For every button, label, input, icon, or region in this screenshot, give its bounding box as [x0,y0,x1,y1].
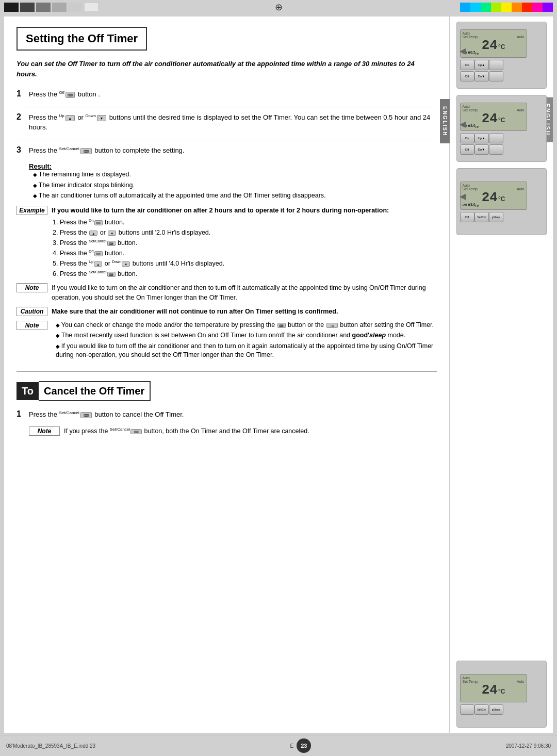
note2-item-1: You can check or change the mode and/or … [56,321,437,330]
remote-auto-left-3: Auto [463,184,470,187]
stripe-violet [543,3,553,12]
page-number: 23 [301,743,307,749]
example-step-4: Press the Off⌨ button. [60,248,437,258]
remote-screen-1: Set Temp. Auto 24 °C Off ■0.5Hr Auto [460,29,527,58]
arrow-icon-3: ◀ [460,191,466,201]
cancel-title-box: To Cancel the Off Timer [17,381,437,401]
section2: To Cancel the Off Timer 1 Press the Set/… [17,381,437,436]
stripe-red [522,3,532,12]
remote-buttons-3: Off Set/Cnl gSleep [460,212,543,222]
note2-content: You can check or change the mode and/or … [52,321,437,361]
step-divider-2 [17,140,437,140]
remote-btn-down-1: Dn▼ [474,71,489,81]
top-bar-center: ⊕ [275,2,283,13]
page-number-area: E 23 [290,738,312,753]
remote-image-1: Set Temp. Auto 24 °C Off ■0.5Hr Auto ◀ [456,22,547,89]
english-sidebar-tab: ENGLISH [440,99,450,143]
remote-unit-1: °C [498,43,505,51]
remote-unit-4: °C [498,688,505,695]
example-block: Example If you would like to turn the ai… [17,206,437,280]
example-steps-list: Press the On⌨ button. Press the ▲ or ▼ b… [52,217,437,279]
stripe-pink [532,3,543,12]
arrow-icon-1: ◀ [460,46,466,56]
remote-btn-sc-3: Set/Cnl [474,212,489,222]
remote-buttons-2: On Up▲ Off Dn▼ [460,133,543,155]
step-1-num: 1 [17,89,25,100]
remote-auto-label-r3: Auto [517,187,524,191]
note1-tag: Note [17,283,47,292]
example-step-6: Press the Set/Cancel⌨ button. [60,269,437,279]
remote-buttons-1: On Up▲ Off Dn▼ [460,60,543,81]
remote-temp-2: 24 [482,112,498,125]
example-step-2: Press the ▲ or ▼ buttons until '2.0 Hr'i… [60,227,437,238]
remote-btn-off-4 [460,704,474,715]
crosshair-icon: ⊕ [275,2,283,12]
remote-image-4: Set Temp. Auto 24 °C Auto Set/Cnl gSleep [456,661,547,728]
remote-auto-left-2: Auto [463,105,470,108]
step-divider-1 [17,107,437,107]
remote-temp-4: 24 [482,683,498,697]
remote-screen-3: Set Temp. Auto 24 °C Off ■3.0Hr Auto [460,182,527,210]
good-sleep-text: good'sleep [352,332,386,339]
remote-btn-off-3: Off [460,212,474,222]
stripe-orange [512,3,522,12]
stripe-lime [491,3,501,12]
remote-btn-empty2-2 [489,144,503,155]
cancel-title-text: Cancel the Off Timer [39,381,151,401]
section-title-box: Setting the Off Timer [17,27,147,51]
remote-btn-up-1: Up▲ [474,60,489,70]
remote-temp-3: 24 [482,191,498,204]
example-tag: Example [17,206,47,215]
note2-tag: Note [17,321,47,330]
remote-image-2: Set Temp. Auto 24 °C Off ■3.0Hr Auto ◀ [456,95,547,162]
top-bar-left [4,3,99,12]
remote-timer-3: Off ■3.0Hr [463,202,479,207]
color-block-3 [36,3,51,12]
cancel-step-1-content: Press the Set/Cancel⌨ button to cancel t… [29,409,437,420]
stripe-blue [460,3,470,12]
step-2-num: 2 [17,112,25,133]
example-title: If you would like to turn the air condit… [52,207,389,214]
note1-content: If you would like to turn on the air con… [52,283,437,303]
page-number-circle: 23 [297,738,311,753]
left-content: Setting the Off Timer You can set the Of… [4,17,450,733]
caution-block: Caution Make sure that the air condition… [17,307,437,317]
result-list: The remaining time is displayed. The tim… [29,170,437,201]
remote-auto-left-4: Auto [463,676,470,680]
cancel-step-1: 1 Press the Set/Cancel⌨ button to cancel… [17,409,437,420]
result-item-3: The air conditioner turns off automatica… [33,191,437,201]
off-superscript: Off [59,90,65,95]
stripe-green [481,3,491,12]
top-bar-right [460,3,553,12]
bottom-bar: 08'Moderato_IB_28593A_IB_E.indd 23 E 23 … [0,735,557,756]
color-block-2 [20,3,35,12]
example-step-3: Press the Set/Cancel⌨ button. [60,238,437,248]
remote-screen-label-1: Set Temp. [463,35,479,39]
remote-btn-gs-3: gSleep [489,212,503,222]
remote-btn-off-2: Off [460,144,474,155]
page-container: ⊕ Setting the Off Timer You can set the … [0,0,557,756]
bottom-bar-right: 2007-12-27 9:06:30 [506,743,551,749]
remote-screen-label-3: Set Temp. [463,187,479,191]
remote-screen-2: Set Temp. Auto 24 °C Off ■3.0Hr Auto [460,103,527,131]
result-item-2: The timer indicator stops blinking. [33,181,437,190]
remote-btn-sc-4: Set/Cnl [474,704,489,715]
note2-list: You can check or change the mode and/or … [52,321,437,360]
step-2: 2 Press the Up▲ or Down▼ buttons until t… [17,112,437,133]
caution-content: Make sure that the air conditioner will … [52,307,437,317]
remote-temp-1: 24 [482,39,498,52]
section-divider [17,371,437,372]
remote-auto-left-1: Auto [463,31,470,35]
cancel-title-highlight: To [17,382,39,400]
stripe-cyan [470,3,481,12]
remote-auto-label-1: Auto [517,35,524,39]
remote-btn-off-1: Off [460,71,474,81]
remote-auto-label-r4: Auto [517,680,524,683]
section-title: Setting the Off Timer [26,32,138,45]
remote-btn-empty-2 [489,133,503,143]
color-block-6 [84,3,99,12]
step-3-content: Press the Set/Cancel⌨ button to complete… [29,145,437,156]
remote-btn-on-2: On [460,133,474,143]
step-3: 3 Press the Set/Cancel⌨ button to comple… [17,145,437,156]
remote-btn-on-1: On [460,60,474,70]
